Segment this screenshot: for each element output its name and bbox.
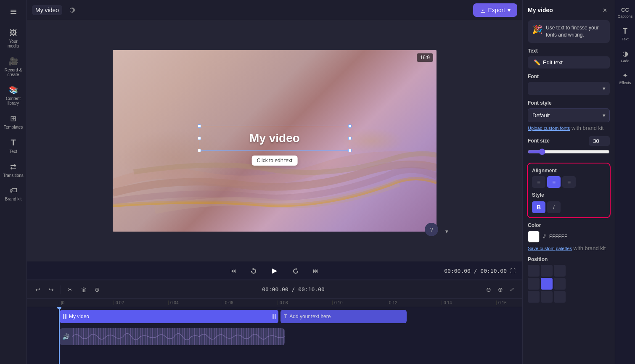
timeline-tracks: My video T Add your text here: [27, 307, 522, 364]
panel-close-button[interactable]: ✕: [600, 5, 610, 15]
font-section: Font: [528, 74, 610, 95]
corner-handle-tr[interactable]: [348, 124, 352, 128]
ruler-marks: |0 0:02 0:04 0:06 0:08 0:10 0:12 0:14 0:…: [59, 301, 522, 305]
far-right-fade[interactable]: ◑ Fade: [616, 46, 635, 66]
pos-bot-right[interactable]: [554, 291, 566, 303]
align-center-button[interactable]: ≡: [547, 176, 561, 188]
sidebar-item-transitions[interactable]: ⇄ Transitions: [2, 159, 25, 181]
playhead[interactable]: [59, 307, 60, 364]
time-display: 00:00.00 / 00:10.00: [444, 267, 507, 274]
corner-handle-ml[interactable]: [198, 137, 201, 140]
fullscreen-button[interactable]: ⛶: [510, 267, 516, 274]
font-style-selector[interactable]: Default: [528, 108, 610, 122]
audio-track-block[interactable]: 🔊: [60, 328, 285, 345]
cut-button[interactable]: ✂: [64, 284, 76, 295]
ruler-mark: 0:06: [223, 301, 278, 305]
main-area: My video Export ▾: [27, 0, 522, 364]
align-left-button[interactable]: ≡: [532, 176, 545, 188]
sidebar-item-templates[interactable]: ⊞ Templates: [2, 111, 25, 133]
save-palettes-link[interactable]: Save custom palettes: [528, 246, 572, 251]
text-track-label: Add your text here: [289, 314, 331, 319]
canvas-text-element[interactable]: My video: [249, 132, 300, 145]
pos-mid-center[interactable]: [541, 278, 553, 290]
pos-top-right[interactable]: [554, 265, 566, 277]
sidebar-item-your-media[interactable]: 🖼 Your media: [2, 25, 25, 52]
font-size-label: Font size: [528, 138, 550, 144]
font-size-slider[interactable]: [528, 148, 610, 155]
sidebar-item-record[interactable]: 🎥 Record & create: [2, 53, 25, 80]
save-palettes-suffix: with brand kit: [572, 245, 606, 251]
zoom-out-button[interactable]: ⊖: [484, 285, 494, 295]
fade-icon: ◑: [622, 50, 628, 58]
svg-rect-2: [11, 13, 16, 14]
timeline-toolbar: ↩ ↪ ✂ 🗑 ⊕ 00:00.00 / 00:10.00 ⊖ ⊕ ⤢: [27, 280, 522, 299]
far-right-effects[interactable]: ✦ Effects: [616, 68, 635, 88]
undo-ai-button[interactable]: [66, 3, 79, 17]
corner-handle-tl[interactable]: [198, 124, 201, 128]
corner-handle-mr[interactable]: [348, 137, 352, 140]
record-icon: 🎥: [9, 57, 18, 66]
pos-top-center[interactable]: [541, 265, 553, 277]
font-style-select-wrapper: Default: [528, 108, 610, 122]
font-style-label: Font style: [528, 100, 610, 106]
right-panel: My video ✕ 🎉 Use text to finesse your fo…: [522, 0, 615, 364]
export-button[interactable]: Export ▾: [473, 3, 517, 17]
style-buttons: B I: [532, 201, 606, 213]
video-track-label: My video: [69, 314, 89, 319]
click-to-edit-tooltip: Click to edit text: [252, 156, 298, 166]
skip-back-button[interactable]: ⏮: [227, 264, 240, 277]
edit-icon: ✏️: [534, 59, 540, 66]
edit-text-button[interactable]: ✏️ Edit text: [528, 56, 610, 69]
position-section: Position: [528, 256, 610, 303]
help-button[interactable]: ?: [425, 223, 438, 236]
sidebar-item-brand-kit[interactable]: 🏷 Brand kit: [2, 183, 25, 205]
video-track-block[interactable]: My video: [60, 310, 278, 323]
undo-button[interactable]: ↩: [32, 284, 44, 295]
menu-button[interactable]: [5, 3, 22, 20]
pos-mid-left[interactable]: [528, 278, 540, 290]
track-end-handle[interactable]: [273, 314, 276, 319]
style-label: Style: [532, 192, 606, 198]
pos-bot-left[interactable]: [528, 291, 540, 303]
transitions-icon: ⇄: [10, 162, 16, 171]
collapse-timeline-button[interactable]: ▾: [442, 226, 452, 236]
far-right-captions[interactable]: CC Captions: [616, 3, 635, 22]
delete-button[interactable]: 🗑: [78, 284, 90, 295]
corner-handle-bl[interactable]: [198, 149, 201, 152]
color-swatch[interactable]: [528, 231, 540, 243]
duplicate-button[interactable]: ⊕: [91, 284, 103, 295]
font-size-input[interactable]: [589, 136, 610, 146]
rewind-5s-button[interactable]: [247, 264, 260, 277]
upload-custom-fonts-link[interactable]: Upload custom fonts: [528, 126, 570, 131]
text-selection-box[interactable]: My video Click to edit text: [199, 126, 350, 151]
promo-text: Use text to finesse your fonts and writi…: [546, 24, 606, 39]
left-sidebar: 🖼 Your media 🎥 Record & create 📚 Content…: [0, 0, 27, 364]
forward-5s-button[interactable]: [289, 264, 302, 277]
sidebar-item-text[interactable]: T Text: [2, 135, 25, 157]
project-title[interactable]: My video: [32, 5, 62, 15]
ruler-mark: 0:08: [278, 301, 332, 305]
text-track-block[interactable]: T Add your text here: [280, 310, 407, 323]
alignment-buttons: ≡ ≡ ≡: [532, 176, 606, 188]
sidebar-item-content-library[interactable]: 📚 Content library: [2, 82, 25, 109]
italic-button[interactable]: I: [547, 201, 561, 213]
pos-bot-center[interactable]: [541, 291, 553, 303]
play-button[interactable]: ▶: [267, 263, 282, 278]
align-right-button[interactable]: ≡: [562, 176, 576, 188]
pos-top-left[interactable]: [528, 265, 540, 277]
zoom-in-button[interactable]: ⊕: [495, 285, 505, 295]
bold-button[interactable]: B: [532, 201, 545, 213]
corner-handle-br[interactable]: [348, 149, 352, 152]
redo-button[interactable]: ↪: [45, 284, 57, 295]
skip-forward-button[interactable]: ⏭: [309, 264, 323, 277]
captions-icon: CC: [621, 7, 629, 13]
font-selector[interactable]: [528, 82, 610, 95]
video-canvas[interactable]: My video Click to edit text 16:9: [113, 50, 437, 232]
expand-button[interactable]: ⤢: [507, 285, 517, 295]
font-style-section: Font style Default Upload custom fonts w…: [528, 100, 610, 131]
pos-mid-right[interactable]: [554, 278, 566, 290]
volume-icon: 🔊: [60, 333, 72, 340]
templates-icon: ⊞: [10, 114, 16, 123]
far-right-text[interactable]: T Text: [616, 24, 635, 45]
font-size-section: Font size: [528, 136, 610, 158]
